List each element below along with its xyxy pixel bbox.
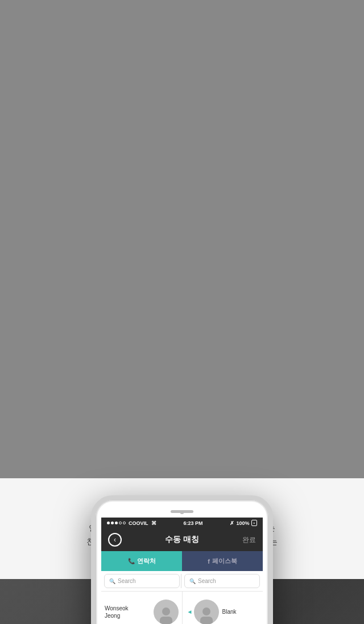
fb-row-blank[interactable]: ◄ Blank	[183, 592, 263, 624]
tab-facebook-label: 페이스북	[212, 557, 237, 565]
signal-dot-1	[107, 522, 110, 524]
wifi-icon: ⌘	[151, 520, 156, 526]
status-left: COOVIL ⌘	[107, 520, 156, 526]
nav-bar: ‹ 수동 매칭 완료	[101, 528, 263, 551]
contacts-search-box[interactable]: 🔍 Search	[104, 574, 180, 588]
contacts-column: WonseokJeong AndrewBrown	[101, 592, 183, 624]
tab-contacts-label: 연락처	[137, 557, 156, 565]
search-row: 🔍 Search 🔍 Search	[101, 571, 263, 592]
battery-label: 100%	[236, 520, 249, 526]
facebook-search-placeholder: Search	[198, 578, 216, 584]
contact-avatar-wonseok	[154, 600, 179, 625]
status-time: 6:23 PM	[183, 520, 202, 526]
contact-row-wonseok[interactable]: WonseokJeong	[101, 592, 182, 624]
signal-dot-2	[111, 522, 114, 524]
tab-bar: 📞 연락처 f 페이스북	[101, 551, 263, 571]
fb-name-blank: Blank	[222, 608, 260, 615]
search-divider	[181, 574, 181, 588]
tab-facebook[interactable]: f 페이스북	[182, 551, 263, 571]
contacts-search-placeholder: Search	[118, 578, 136, 584]
phone-shell: COOVIL ⌘ 6:23 PM ✗ 100% ▪ ‹ 수동 매칭	[91, 495, 273, 624]
bluetooth-icon: ✗	[230, 520, 234, 526]
phone-container: COOVIL ⌘ 6:23 PM ✗ 100% ▪ ‹ 수동 매칭	[91, 495, 273, 624]
search-icon-contacts: 🔍	[109, 578, 115, 584]
page-wrapper: COOVIL ⌘ 6:23 PM ✗ 100% ▪ ‹ 수동 매칭	[0, 478, 364, 624]
signal-dot-3	[115, 522, 118, 524]
carrier-label: COOVIL	[129, 520, 148, 526]
search-icon-facebook: 🔍	[189, 578, 196, 584]
signal-dot-5	[123, 522, 126, 524]
battery-icon: ▪	[251, 520, 257, 526]
status-right: ✗ 100% ▪	[230, 520, 257, 526]
back-icon: ‹	[114, 536, 116, 544]
contact-name-wonseok: WonseokJeong	[105, 605, 154, 619]
contact-list: WonseokJeong AndrewBrown	[101, 592, 263, 624]
facebook-column: ◄ Blank ◄	[183, 592, 263, 624]
contacts-icon: 📞	[128, 558, 135, 564]
done-button[interactable]: 완료	[242, 535, 256, 545]
signal-dot-4	[119, 522, 122, 524]
phone-camera	[180, 510, 184, 514]
arrow-indicator-blank: ◄	[186, 608, 194, 616]
nav-title: 수동 매칭	[165, 535, 199, 545]
fb-avatar-blank	[194, 600, 219, 625]
back-button[interactable]: ‹	[108, 533, 122, 547]
status-bar: COOVIL ⌘ 6:23 PM ✗ 100% ▪	[101, 518, 263, 528]
app-screen: ‹ 수동 매칭 완료 📞 연락처 f 페이스북	[101, 528, 263, 624]
tab-contacts[interactable]: 📞 연락처	[101, 551, 182, 571]
facebook-icon: f	[208, 558, 210, 565]
facebook-search-box[interactable]: 🔍 Search	[184, 574, 260, 588]
